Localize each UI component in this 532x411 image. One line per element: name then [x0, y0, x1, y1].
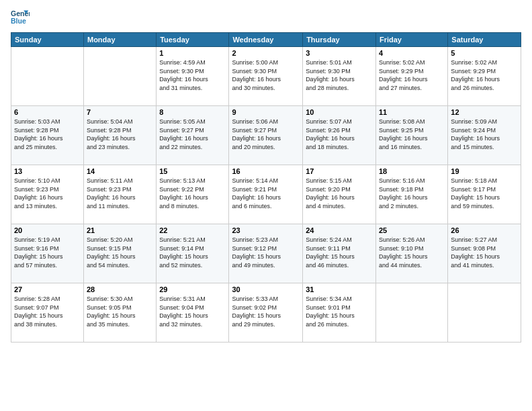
- calendar-header-row: SundayMondayTuesdayWednesdayThursdayFrid…: [11, 33, 521, 47]
- day-number: 25: [379, 226, 445, 234]
- calendar-week-2: 6Sunrise: 5:03 AM Sunset: 9:28 PM Daylig…: [11, 106, 521, 165]
- calendar-cell: 9Sunrise: 5:06 AM Sunset: 9:27 PM Daylig…: [229, 106, 303, 165]
- day-info: Sunrise: 5:31 AM Sunset: 9:04 PM Dayligh…: [159, 295, 226, 328]
- calendar-week-5: 27Sunrise: 5:28 AM Sunset: 9:07 PM Dayli…: [11, 283, 521, 342]
- day-info: Sunrise: 5:19 AM Sunset: 9:16 PM Dayligh…: [14, 236, 81, 269]
- day-info: Sunrise: 5:03 AM Sunset: 9:28 PM Dayligh…: [14, 118, 81, 151]
- day-number: 22: [159, 226, 226, 234]
- calendar-cell: 10Sunrise: 5:07 AM Sunset: 9:26 PM Dayli…: [303, 106, 376, 165]
- day-number: 10: [306, 108, 373, 116]
- calendar-cell: 8Sunrise: 5:05 AM Sunset: 9:27 PM Daylig…: [157, 106, 229, 165]
- day-info: Sunrise: 5:04 AM Sunset: 9:28 PM Dayligh…: [87, 118, 153, 151]
- calendar-cell: 25Sunrise: 5:26 AM Sunset: 9:10 PM Dayli…: [375, 224, 447, 283]
- calendar-cell: 4Sunrise: 5:02 AM Sunset: 9:29 PM Daylig…: [375, 47, 447, 106]
- day-info: Sunrise: 5:23 AM Sunset: 9:12 PM Dayligh…: [232, 236, 300, 269]
- calendar-week-4: 20Sunrise: 5:19 AM Sunset: 9:16 PM Dayli…: [11, 224, 521, 283]
- calendar-cell: 14Sunrise: 5:11 AM Sunset: 9:23 PM Dayli…: [83, 165, 156, 224]
- day-number: 30: [232, 285, 300, 293]
- day-info: Sunrise: 5:27 AM Sunset: 9:08 PM Dayligh…: [451, 236, 518, 269]
- day-info: Sunrise: 5:11 AM Sunset: 9:23 PM Dayligh…: [87, 177, 153, 210]
- day-number: 19: [451, 167, 518, 175]
- day-info: Sunrise: 5:14 AM Sunset: 9:21 PM Dayligh…: [232, 177, 300, 210]
- day-number: 4: [379, 49, 445, 57]
- calendar-cell: 28Sunrise: 5:30 AM Sunset: 9:05 PM Dayli…: [83, 283, 156, 342]
- logo-icon: General Blue: [11, 8, 30, 27]
- day-info: Sunrise: 5:08 AM Sunset: 9:25 PM Dayligh…: [379, 118, 445, 151]
- calendar-cell: [11, 47, 84, 106]
- calendar-cell: 23Sunrise: 5:23 AM Sunset: 9:12 PM Dayli…: [229, 224, 303, 283]
- day-number: 8: [159, 108, 226, 116]
- calendar-cell: 30Sunrise: 5:33 AM Sunset: 9:02 PM Dayli…: [229, 283, 303, 342]
- day-number: 9: [232, 108, 300, 116]
- day-info: Sunrise: 5:02 AM Sunset: 9:29 PM Dayligh…: [451, 58, 518, 92]
- weekday-header-monday: Monday: [83, 33, 156, 47]
- calendar-cell: 20Sunrise: 5:19 AM Sunset: 9:16 PM Dayli…: [11, 224, 84, 283]
- day-number: 24: [306, 226, 373, 234]
- day-number: 17: [306, 167, 373, 175]
- day-number: 23: [232, 226, 300, 234]
- day-info: Sunrise: 5:20 AM Sunset: 9:15 PM Dayligh…: [87, 236, 153, 269]
- calendar-cell: 16Sunrise: 5:14 AM Sunset: 9:21 PM Dayli…: [229, 165, 303, 224]
- weekday-header-saturday: Saturday: [448, 33, 521, 47]
- calendar-cell: [83, 47, 156, 106]
- calendar-cell: 13Sunrise: 5:10 AM Sunset: 9:23 PM Dayli…: [11, 165, 84, 224]
- calendar-cell: 2Sunrise: 5:00 AM Sunset: 9:30 PM Daylig…: [229, 47, 303, 106]
- day-number: 31: [306, 285, 373, 293]
- logo: General Blue: [11, 8, 30, 27]
- day-info: Sunrise: 5:07 AM Sunset: 9:26 PM Dayligh…: [306, 118, 373, 151]
- day-info: Sunrise: 5:30 AM Sunset: 9:05 PM Dayligh…: [87, 295, 153, 328]
- day-info: Sunrise: 5:18 AM Sunset: 9:17 PM Dayligh…: [451, 177, 518, 210]
- calendar-cell: 21Sunrise: 5:20 AM Sunset: 9:15 PM Dayli…: [83, 224, 156, 283]
- calendar-cell: [448, 283, 521, 342]
- weekday-header-thursday: Thursday: [303, 33, 376, 47]
- calendar-cell: 7Sunrise: 5:04 AM Sunset: 9:28 PM Daylig…: [83, 106, 156, 165]
- day-info: Sunrise: 5:24 AM Sunset: 9:11 PM Dayligh…: [306, 236, 373, 269]
- calendar-cell: 24Sunrise: 5:24 AM Sunset: 9:11 PM Dayli…: [303, 224, 376, 283]
- day-info: Sunrise: 5:21 AM Sunset: 9:14 PM Dayligh…: [159, 236, 226, 269]
- day-info: Sunrise: 5:33 AM Sunset: 9:02 PM Dayligh…: [232, 295, 300, 328]
- weekday-header-tuesday: Tuesday: [157, 33, 229, 47]
- day-info: Sunrise: 4:59 AM Sunset: 9:30 PM Dayligh…: [159, 58, 226, 92]
- day-info: Sunrise: 5:02 AM Sunset: 9:29 PM Dayligh…: [379, 58, 445, 92]
- day-number: 18: [379, 167, 445, 175]
- calendar-cell: [375, 283, 447, 342]
- calendar-cell: 19Sunrise: 5:18 AM Sunset: 9:17 PM Dayli…: [448, 165, 521, 224]
- calendar-cell: 18Sunrise: 5:16 AM Sunset: 9:18 PM Dayli…: [375, 165, 447, 224]
- calendar-cell: 1Sunrise: 4:59 AM Sunset: 9:30 PM Daylig…: [157, 47, 229, 106]
- day-number: 11: [379, 108, 445, 116]
- calendar-table: SundayMondayTuesdayWednesdayThursdayFrid…: [11, 32, 521, 342]
- calendar-cell: 3Sunrise: 5:01 AM Sunset: 9:30 PM Daylig…: [303, 47, 376, 106]
- calendar-cell: 17Sunrise: 5:15 AM Sunset: 9:20 PM Dayli…: [303, 165, 376, 224]
- day-info: Sunrise: 5:00 AM Sunset: 9:30 PM Dayligh…: [232, 58, 300, 92]
- day-info: Sunrise: 5:10 AM Sunset: 9:23 PM Dayligh…: [14, 177, 81, 210]
- day-info: Sunrise: 5:01 AM Sunset: 9:30 PM Dayligh…: [306, 58, 373, 92]
- day-number: 6: [14, 108, 81, 116]
- day-number: 28: [87, 285, 153, 293]
- day-number: 5: [451, 49, 518, 57]
- day-number: 20: [14, 226, 81, 234]
- svg-text:Blue: Blue: [11, 17, 26, 25]
- day-number: 16: [232, 167, 300, 175]
- calendar-cell: 12Sunrise: 5:09 AM Sunset: 9:24 PM Dayli…: [448, 106, 521, 165]
- calendar-cell: 11Sunrise: 5:08 AM Sunset: 9:25 PM Dayli…: [375, 106, 447, 165]
- day-number: 21: [87, 226, 153, 234]
- calendar-cell: 5Sunrise: 5:02 AM Sunset: 9:29 PM Daylig…: [448, 47, 521, 106]
- calendar-week-3: 13Sunrise: 5:10 AM Sunset: 9:23 PM Dayli…: [11, 165, 521, 224]
- day-number: 7: [87, 108, 153, 116]
- day-number: 15: [159, 167, 226, 175]
- calendar-cell: 27Sunrise: 5:28 AM Sunset: 9:07 PM Dayli…: [11, 283, 84, 342]
- day-info: Sunrise: 5:15 AM Sunset: 9:20 PM Dayligh…: [306, 177, 373, 210]
- weekday-header-friday: Friday: [375, 33, 447, 47]
- calendar-cell: 29Sunrise: 5:31 AM Sunset: 9:04 PM Dayli…: [157, 283, 229, 342]
- day-info: Sunrise: 5:05 AM Sunset: 9:27 PM Dayligh…: [159, 118, 226, 151]
- day-number: 29: [159, 285, 226, 293]
- day-number: 27: [14, 285, 81, 293]
- weekday-header-sunday: Sunday: [11, 33, 84, 47]
- day-number: 26: [451, 226, 518, 234]
- day-number: 3: [306, 49, 373, 57]
- page-header: General Blue: [11, 8, 521, 27]
- day-info: Sunrise: 5:16 AM Sunset: 9:18 PM Dayligh…: [379, 177, 445, 210]
- day-info: Sunrise: 5:26 AM Sunset: 9:10 PM Dayligh…: [379, 236, 445, 269]
- calendar-cell: 15Sunrise: 5:13 AM Sunset: 9:22 PM Dayli…: [157, 165, 229, 224]
- day-number: 12: [451, 108, 518, 116]
